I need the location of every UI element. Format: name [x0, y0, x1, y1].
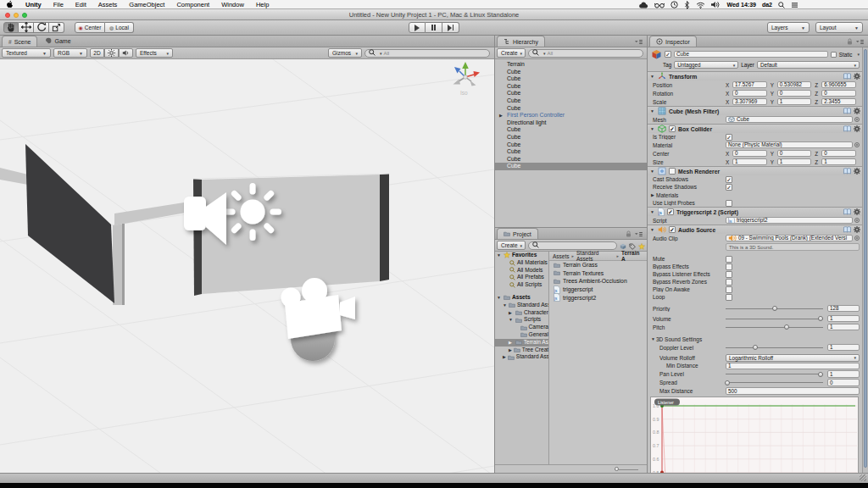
directional-light-gizmo-icon[interactable]	[224, 183, 281, 241]
effects-dropdown[interactable]: Effects▾	[136, 48, 173, 58]
wall-beam-left[interactable]	[0, 168, 28, 185]
project-tree-camera[interactable]: Camera	[495, 324, 548, 331]
project-file-triggerscript2[interactable]: jstriggerscript2	[549, 293, 647, 302]
component-header-box-collider[interactable]: ▼✓Box Collider	[648, 124, 863, 133]
component-header-triggerscript-2-script[interactable]: ▼js✓Triggerscript 2 (Script)	[648, 207, 863, 216]
doppler-level-slider[interactable]	[726, 344, 823, 352]
component-header-transform[interactable]: ▼Transform	[648, 71, 863, 80]
axis-gizmo[interactable]	[453, 62, 481, 86]
project-tree-all-materials[interactable]: All Materials	[495, 259, 548, 267]
volume-icon[interactable]	[711, 1, 721, 8]
breadcrumb-item[interactable]: Terrain A	[621, 250, 643, 262]
scale-z-field[interactable]: 2.3455	[821, 98, 856, 106]
toggle-2d-button[interactable]: 2D	[90, 48, 104, 58]
play-on-awake-checkbox[interactable]	[726, 286, 732, 293]
scale-y-field[interactable]: 1	[777, 98, 812, 106]
notification-center-icon[interactable]	[791, 2, 798, 8]
thumbnail-zoom-knob[interactable]	[615, 467, 619, 471]
hierarchy-item-cube[interactable]: Cube	[495, 134, 647, 141]
panel-menu-icon[interactable]	[634, 33, 643, 48]
render-channels-dropdown[interactable]: RGB▼	[53, 48, 87, 58]
menu-file[interactable]: File	[47, 0, 70, 8]
help-book-icon[interactable]	[843, 108, 851, 114]
spread-slider[interactable]	[726, 379, 823, 386]
is-trigger-checkbox[interactable]: ✓	[726, 134, 732, 141]
bypass-effects-checkbox[interactable]	[726, 263, 732, 270]
panel-menu-icon[interactable]	[855, 33, 865, 48]
step-button[interactable]	[442, 22, 459, 33]
tab-hierarchy[interactable]: Hierarchy	[497, 36, 545, 47]
play-button[interactable]	[409, 22, 426, 33]
project-tree-all-scripts[interactable]: All Scripts	[495, 281, 548, 289]
pitch-slider[interactable]	[726, 324, 823, 331]
object-picker-icon[interactable]	[854, 142, 860, 147]
breadcrumb-item[interactable]: Standard Assets	[576, 250, 614, 262]
gear-icon[interactable]	[854, 168, 860, 175]
project-file-trees-ambient-occlusion[interactable]: Trees Ambient-Occlusion	[549, 277, 647, 286]
wifi-icon[interactable]	[696, 2, 705, 8]
rotation-x-field[interactable]: 0	[732, 90, 767, 97]
hierarchy-item-directional-light[interactable]: Directional light	[495, 119, 647, 127]
position-y-field[interactable]: 0.530982	[777, 81, 812, 89]
gear-icon[interactable]	[854, 208, 860, 215]
wall-light-cube[interactable]	[202, 175, 380, 294]
audio-source-enabled-checkbox[interactable]: ✓	[669, 226, 676, 233]
rolloff-graph[interactable]: 1.00.90.80.70.60.5Listener	[650, 396, 860, 473]
volume-value-field[interactable]: 1	[827, 315, 860, 323]
project-file-triggerscript[interactable]: jstriggerscript	[549, 286, 647, 294]
hierarchy-item-cube[interactable]: Cube	[495, 97, 647, 105]
project-search-input[interactable]	[528, 241, 617, 250]
object-picker-icon[interactable]	[854, 236, 860, 241]
help-book-icon[interactable]	[843, 125, 851, 132]
project-tree-favorites[interactable]: ▼Favorites	[495, 252, 548, 259]
layout-dropdown[interactable]: Layout▼	[815, 22, 863, 33]
gear-icon[interactable]	[854, 125, 860, 132]
scene-lighting-button[interactable]	[104, 48, 119, 58]
wall-dark-cube[interactable]	[25, 144, 114, 303]
help-book-icon[interactable]	[843, 73, 851, 80]
spotlight-icon[interactable]	[778, 2, 785, 8]
center-y-field[interactable]: 0	[777, 150, 812, 158]
tab-project[interactable]: Project	[497, 228, 538, 239]
component-header-cube-mesh-filter[interactable]: ▼Cube (Mesh Filter)	[648, 106, 863, 115]
tag-dropdown[interactable]: Untagged▾	[674, 61, 738, 69]
mute-checkbox[interactable]	[726, 256, 732, 263]
menu-edit[interactable]: Edit	[70, 0, 92, 8]
project-tree-character[interactable]: ▶Character	[495, 309, 548, 317]
foldout-icon[interactable]: ▼	[650, 169, 655, 174]
help-book-icon[interactable]	[843, 168, 851, 175]
center-z-field[interactable]: 0	[821, 150, 856, 158]
tab-game[interactable]: Game	[39, 36, 76, 47]
audio-clip-object-field[interactable]: 09 - Swimming Pools (Drank) (Extended Ve…	[726, 235, 853, 242]
project-tree-terrain-as[interactable]: ▶Terrain As	[495, 339, 548, 347]
static-dropdown-icon[interactable]: ▾	[857, 52, 860, 57]
cast-shadows-checkbox[interactable]: ✓	[726, 176, 732, 183]
priority-value-field[interactable]: 128	[827, 305, 860, 313]
help-book-icon[interactable]	[843, 226, 851, 233]
foldout-icon[interactable]: ▼	[650, 74, 655, 79]
hierarchy-item-cube[interactable]: Cube	[495, 69, 647, 76]
tab-scene[interactable]: # Scene	[2, 36, 37, 47]
scene-audio-button[interactable]	[119, 48, 133, 58]
rotation-z-field[interactable]: 0	[821, 90, 856, 97]
row-materials[interactable]: ▶Materials	[648, 191, 863, 199]
center-x-field[interactable]: 0	[732, 150, 767, 158]
size-z-field[interactable]: 1	[821, 158, 856, 166]
rotate-tool-button[interactable]	[34, 22, 49, 33]
move-tool-button[interactable]	[19, 22, 34, 33]
gear-icon[interactable]	[854, 108, 860, 114]
rotation-y-field[interactable]: 0	[777, 90, 812, 97]
scale-tool-button[interactable]	[49, 22, 64, 33]
project-file-terrain-textures[interactable]: Terrain Textures	[549, 269, 647, 278]
foldout-icon[interactable]: ▼	[650, 126, 655, 131]
bypass-listener-effects-checkbox[interactable]	[726, 271, 732, 278]
gameobject-name-field[interactable]: Cube	[674, 51, 828, 58]
gizmos-dropdown[interactable]: Gizmos▾	[328, 48, 362, 58]
max-distance-field[interactable]: 500	[726, 387, 860, 395]
hierarchy-item-cube[interactable]: Cube	[495, 90, 647, 97]
scene-viewport[interactable]: Iso	[0, 59, 494, 473]
breadcrumb-item[interactable]: Assets	[553, 253, 570, 259]
project-tree-assets[interactable]: ▼Assets	[495, 294, 548, 302]
object-picker-icon[interactable]	[854, 117, 860, 122]
position-z-field[interactable]: 6.960655	[821, 81, 856, 89]
